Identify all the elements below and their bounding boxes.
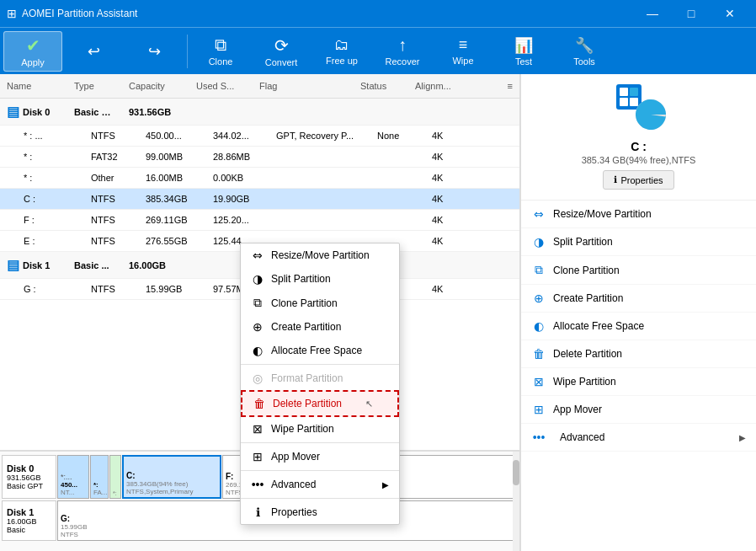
disk-partition-box[interactable]: *:... 450... NT... <box>57 455 89 499</box>
part-type: FAT32 <box>84 148 139 165</box>
part-name-label: C: <box>126 471 217 480</box>
ctx-split-item[interactable]: ◑ Split Partition <box>241 267 399 291</box>
part-align: 4K <box>425 190 476 207</box>
table-row[interactable]: ▤ Disk 0 Basic G... 931.56GB <box>0 99 519 126</box>
ctx-wipe-item[interactable]: ⊠ Wipe Partition <box>241 417 399 441</box>
freeup-icon: 🗂 <box>334 36 349 54</box>
disk0-cap: 931.56GB <box>122 104 189 120</box>
disk1-align <box>408 262 459 269</box>
ctx-separator-2 <box>241 442 399 443</box>
close-button[interactable]: ✕ <box>711 0 749 27</box>
ctx-wipe-label: Wipe Partition <box>271 423 334 435</box>
disk-partition-box[interactable]: C: 385.34GB(94% free) NTFS,System,Primar… <box>122 455 221 499</box>
right-allocate-item[interactable]: ◐ Allocate Free Space <box>521 313 756 340</box>
right-panel-menu: ⇔ Resize/Move Partition ◑ Split Partitio… <box>521 201 756 551</box>
right-resize-item[interactable]: ⇔ Resize/Move Partition <box>521 201 756 228</box>
disk-partition-box[interactable]: *: FA... <box>90 455 109 499</box>
scroll-thumb[interactable] <box>513 460 519 485</box>
part-flag <box>269 153 370 160</box>
tools-button[interactable]: 🔧 Tools <box>555 31 614 72</box>
disk0-flag <box>253 109 354 115</box>
right-appmover-item[interactable]: ⊞ App Mover <box>521 396 756 424</box>
ctx-properties-label: Properties <box>271 506 317 518</box>
part-type: NTFS <box>84 233 139 249</box>
redo-button[interactable]: ↪ <box>125 31 184 72</box>
ctx-separator-4 <box>241 498 399 499</box>
title-bar: ⊞ AOMEI Partition Assistant — □ ✕ <box>0 0 756 27</box>
part-sub-label: *: <box>113 490 118 496</box>
table-row[interactable]: F : NTFS 269.11GB 125.20... 4K <box>0 210 519 231</box>
col-header-capacity: Capacity <box>122 78 189 94</box>
undo-button[interactable]: ↩ <box>64 31 123 72</box>
tools-icon: 🔧 <box>575 36 594 55</box>
scroll-track[interactable] <box>513 452 519 551</box>
title-bar-left: ⊞ AOMEI Partition Assistant <box>7 7 137 20</box>
part-status <box>370 217 425 223</box>
table-row[interactable]: * : ... NTFS 450.00... 344.02... GPT, Re… <box>0 126 519 147</box>
part-status <box>370 153 425 160</box>
part-status: None <box>370 127 425 144</box>
disk-partition-box[interactable]: *: <box>109 455 121 499</box>
allocate-icon: ◐ <box>251 344 264 357</box>
info-icon: ℹ <box>614 174 617 185</box>
test-button[interactable]: 📊 Test <box>494 31 553 72</box>
disk1-label: Disk 1 <box>7 507 51 517</box>
properties-icon: ℹ <box>251 506 264 519</box>
right-panel: C : 385.34 GB(94% free),NTFS ℹ Propertie… <box>520 74 756 551</box>
part-name: E : <box>17 233 84 249</box>
col-menu-icon[interactable]: ≡ <box>501 78 519 94</box>
convert-label: Convert <box>265 57 298 67</box>
ctx-clone-item[interactable]: ⧉ Clone Partition <box>241 291 399 315</box>
properties-button[interactable]: ℹ Properties <box>603 170 673 190</box>
title-bar-controls: — □ ✕ <box>633 0 749 27</box>
table-row[interactable]: * : Other 16.00MB 0.00KB 4K <box>0 168 519 189</box>
table-row[interactable]: * : FAT32 99.00MB 28.86MB 4K <box>0 147 519 168</box>
ctx-resize-item[interactable]: ⇔ Resize/Move Partition <box>241 243 399 267</box>
freeup-button[interactable]: 🗂 Free up <box>312 31 371 72</box>
ctx-create-item[interactable]: ⊕ Create Partition <box>241 315 399 339</box>
ctx-advanced-label: Advanced <box>271 479 316 490</box>
ctx-split-label: Split Partition <box>271 273 331 285</box>
convert-button[interactable]: ⟳ Convert <box>252 31 311 72</box>
clone-button[interactable]: ⧉ Clone <box>191 31 250 72</box>
ctx-format-item[interactable]: ◎ Format Partition <box>241 366 399 390</box>
right-delete-item[interactable]: 🗑 Delete Partition <box>521 340 756 368</box>
create-icon: ⊕ <box>251 320 264 334</box>
drive-icon-container <box>610 84 668 135</box>
right-clone-item[interactable]: ⧉ Clone Partition <box>521 256 756 285</box>
maximize-button[interactable]: □ <box>672 0 711 27</box>
disk0-type: Basic G... <box>67 104 122 120</box>
part-used: 0.00KB <box>206 169 269 186</box>
right-create-item[interactable]: ⊕ Create Partition <box>521 285 756 313</box>
table-row[interactable]: C : NTFS 385.34GB 19.90GB 4K <box>0 189 519 210</box>
right-advanced-item[interactable]: ••• Advanced ▶ <box>521 424 756 452</box>
part-flag <box>269 217 370 223</box>
part-align: 4K <box>425 233 476 249</box>
right-split-item[interactable]: ◑ Split Partition <box>521 228 756 256</box>
part-status <box>370 174 425 181</box>
ctx-appmover-item[interactable]: ⊞ App Mover <box>241 445 399 468</box>
part-cap: 99.00MB <box>139 148 206 165</box>
col-header-status: Status <box>354 78 408 94</box>
recover-button[interactable]: ↑ Recover <box>373 31 432 72</box>
part-top-label: *:... <box>61 473 86 481</box>
disk1-size: 16.00GB <box>7 517 51 526</box>
main-content: Name Type Capacity Used S... Flag Status… <box>0 74 756 551</box>
part-cap: 450.00... <box>139 127 206 144</box>
rm-appmover-label: App Mover <box>553 404 602 415</box>
wipe-button[interactable]: ≡ Wipe <box>434 31 492 72</box>
part-sub-label: NT... <box>61 489 86 496</box>
test-label: Test <box>515 56 532 67</box>
part-type: Other <box>84 169 139 186</box>
delete-icon: 🗑 <box>253 397 266 410</box>
rm-advanced-icon: ••• <box>531 431 546 444</box>
apply-button[interactable]: ✔ Apply <box>3 31 62 72</box>
ctx-properties-item[interactable]: ℹ Properties <box>241 500 399 524</box>
ctx-advanced-item[interactable]: ••• Advanced ▶ <box>241 473 399 496</box>
ctx-allocate-item[interactable]: ◐ Allocate Free Space <box>241 339 399 362</box>
ctx-delete-item[interactable]: 🗑 Delete Partition ↖ <box>241 390 399 417</box>
minimize-button[interactable]: — <box>633 0 672 27</box>
part-align: 4K <box>425 148 476 165</box>
right-wipe-item[interactable]: ⊠ Wipe Partition <box>521 368 756 396</box>
disk1-name: ▤ Disk 1 <box>0 254 67 276</box>
